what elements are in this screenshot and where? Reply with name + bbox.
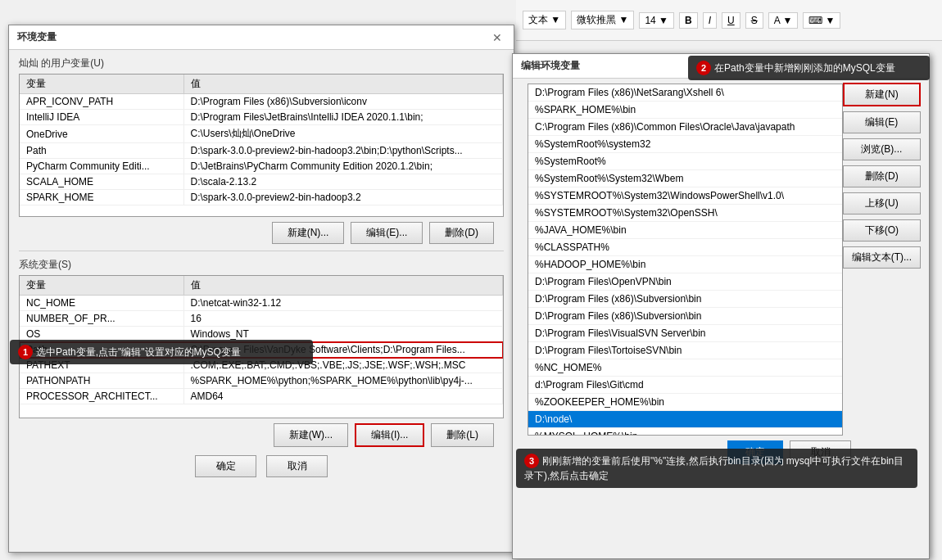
- tooltip-2-text: 在Path变量中新增刚刚添加的MySQL变量: [714, 62, 895, 74]
- edit-path-item[interactable]: D:\Program Files\OpenVPN\bin: [528, 273, 842, 291]
- edit-path-item[interactable]: d:\Program Files\Git\cmd: [528, 377, 842, 394]
- user-var-row[interactable]: PyCharm Community Editi...D:\JetBrains\P…: [20, 159, 503, 174]
- edit-path-item[interactable]: D:\Program Files\VisualSVN Server\bin: [528, 325, 842, 342]
- edit-path-item[interactable]: D:\node\: [528, 411, 842, 428]
- edit-path-item[interactable]: D:\Program Files (x86)\Subversion\bin: [528, 291, 842, 308]
- user-var-row[interactable]: IntelliJ IDEAD:\Program Files\JetBrains\…: [20, 110, 503, 125]
- edit-edit-btn[interactable]: 编辑(E): [843, 111, 921, 133]
- sys-var-row[interactable]: NUMBER_OF_PR...16: [20, 311, 503, 327]
- tooltip-2-num: 2: [696, 61, 711, 75]
- edit-path-item[interactable]: C:\Program Files (x86)\Common Files\Orac…: [528, 119, 842, 136]
- sys-col-var: 变量: [20, 276, 183, 296]
- edit-path-item[interactable]: %JAVA_HOME%\bin: [528, 222, 842, 239]
- edit-path-item[interactable]: %SYSTEMROOT%\System32\OpenSSH\: [528, 205, 842, 222]
- edit-path-item[interactable]: %MYSQL_HOME%\bin: [528, 428, 842, 436]
- user-col-var: 变量: [20, 75, 183, 94]
- toolbar-italic[interactable]: I: [703, 12, 717, 29]
- tooltip-2: 2在Path变量中新增刚刚添加的MySQL变量: [688, 56, 930, 80]
- tooltip-1: 1选中Path变量,点击"编辑"设置对应的MySQ变量: [10, 340, 313, 364]
- edit-path-item[interactable]: %ZOOKEEPER_HOME%\bin: [528, 394, 842, 411]
- edit-path-item[interactable]: %NC_HOME%: [528, 359, 842, 377]
- user-new-btn[interactable]: 新建(N)...: [272, 222, 345, 244]
- user-vars-table: 变量 值 APR_ICONV_PATHD:\Program Files (x86…: [20, 75, 503, 205]
- edit-path-item[interactable]: %HADOOP_HOME%\bin: [528, 256, 842, 273]
- tooltip-3-num: 3: [524, 454, 539, 468]
- edit-down-btn[interactable]: 下移(O): [843, 219, 921, 242]
- edit-path-item[interactable]: %SystemRoot%\System32\Wbem: [528, 170, 842, 187]
- toolbar-strike[interactable]: S: [745, 12, 763, 29]
- tooltip-3: 3刚刚新增的变量前后使用"%"连接,然后执行bin目录(因为 mysql中可执行…: [516, 449, 917, 488]
- sys-section-label: 系统变量(S): [19, 258, 504, 272]
- toolbar-size[interactable]: 14 ▼: [639, 12, 674, 29]
- edit-side-btns: 新建(N) 编辑(E) 浏览(B)... 删除(D) 上移(U) 下移(O) 编…: [843, 83, 921, 269]
- sys-var-row[interactable]: PATHONPATH%SPARK_HOME%\python;%SPARK_HOM…: [20, 373, 503, 389]
- user-vars-table-container[interactable]: 变量 值 APR_ICONV_PATHD:\Program Files (x86…: [19, 74, 504, 217]
- user-var-row[interactable]: PathD:\spark-3.0.0-preview2-bin-hadoop3.…: [20, 143, 503, 159]
- edit-path-item[interactable]: D:\Program Files\TortoiseSVN\bin: [528, 342, 842, 359]
- user-var-row[interactable]: SCALA_HOMED:\scala-2.13.2: [20, 174, 503, 190]
- edit-path-list[interactable]: D:\Program Files (x86)\NetSarang\Xshell …: [528, 84, 843, 436]
- toolbar-underline[interactable]: U: [722, 12, 740, 29]
- edit-path-item[interactable]: %SystemRoot%: [528, 153, 842, 170]
- edit-path-item[interactable]: %CLASSPATH%: [528, 239, 842, 256]
- tooltip-3-text: 刚刚新增的变量前后使用"%"连接,然后执行bin目录(因为 mysql中可执行文…: [524, 455, 904, 481]
- sys-delete-btn[interactable]: 删除(L): [431, 423, 494, 447]
- env-bottom-btns: 确定 取消: [9, 455, 514, 477]
- toolbar-bold[interactable]: B: [679, 12, 698, 29]
- user-var-row[interactable]: APR_ICONV_PATHD:\Program Files (x86)\Sub…: [20, 94, 503, 110]
- toolbar-text[interactable]: 文本 ▼: [523, 11, 566, 29]
- env-dialog-title: 环境变量: [17, 30, 57, 44]
- user-vars-section: 灿灿 的用户变量(U) 变量 值 APR_ICONV_PATHD:\Progra…: [19, 56, 504, 244]
- sys-btn-row: 新建(W)... 编辑(I)... 删除(L): [29, 423, 494, 447]
- tooltip-1-num: 1: [18, 345, 33, 359]
- edit-path-item[interactable]: %SystemRoot%\system32: [528, 136, 842, 153]
- edit-edittext-btn[interactable]: 编辑文本(T)...: [843, 246, 921, 269]
- env-ok-btn[interactable]: 确定: [195, 455, 256, 477]
- user-delete-btn[interactable]: 删除(D): [429, 222, 494, 244]
- edit-delete-btn[interactable]: 删除(D): [843, 165, 921, 187]
- user-var-row[interactable]: SPARK_HOMED:\spark-3.0.0-preview2-bin-ha…: [20, 190, 503, 205]
- toolbar-font[interactable]: 微软推黑 ▼: [571, 11, 634, 29]
- toolbar-fontcolor[interactable]: A ▼: [768, 12, 799, 29]
- sys-col-val: 值: [183, 276, 503, 296]
- env-dialog-titlebar: 环境变量 ✕: [9, 25, 514, 50]
- tooltip-1-text: 选中Path变量,点击"编辑"设置对应的MySQ变量: [36, 346, 241, 358]
- edit-browse-btn[interactable]: 浏览(B)...: [843, 138, 921, 160]
- sys-edit-btn[interactable]: 编辑(I)...: [355, 423, 424, 447]
- user-edit-btn[interactable]: 编辑(E)...: [351, 222, 423, 244]
- env-cancel-btn[interactable]: 取消: [266, 455, 328, 477]
- env-dialog-close[interactable]: ✕: [489, 31, 505, 44]
- edit-up-btn[interactable]: 上移(U): [843, 192, 921, 215]
- edit-path-item[interactable]: D:\Program Files (x86)\Subversion\bin: [528, 308, 842, 325]
- sys-new-btn[interactable]: 新建(W)...: [274, 423, 348, 447]
- toolbar-highlight[interactable]: ⌨ ▼: [803, 12, 840, 29]
- user-section-label: 灿灿 的用户变量(U): [19, 56, 504, 70]
- user-col-val: 值: [183, 75, 503, 94]
- edit-path-item[interactable]: %SPARK_HOME%\bin: [528, 102, 842, 119]
- user-var-row[interactable]: OneDriveC:\Users\灿灿\OneDrive: [20, 125, 503, 143]
- sys-var-row[interactable]: NC_HOMED:\netcat-win32-1.12: [20, 296, 503, 311]
- toolbar: 文本 ▼ 微软推黑 ▼ 14 ▼ B I U S A ▼ ⌨ ▼: [516, 0, 942, 41]
- env-dialog: 环境变量 ✕ 灿灿 的用户变量(U) 变量 值 APR_ICONV_PATHD:…: [8, 25, 514, 553]
- sys-var-row[interactable]: PROCESSOR_ARCHITECT...AMD64: [20, 389, 503, 404]
- edit-path-item[interactable]: %SYSTEMROOT%\System32\WindowsPowerShell\…: [528, 187, 842, 205]
- edit-path-item[interactable]: D:\Program Files (x86)\NetSarang\Xshell …: [528, 84, 842, 102]
- section-divider: [19, 251, 504, 251]
- user-btn-row: 新建(N)... 编辑(E)... 删除(D): [29, 222, 494, 244]
- edit-new-btn[interactable]: 新建(N): [843, 83, 921, 106]
